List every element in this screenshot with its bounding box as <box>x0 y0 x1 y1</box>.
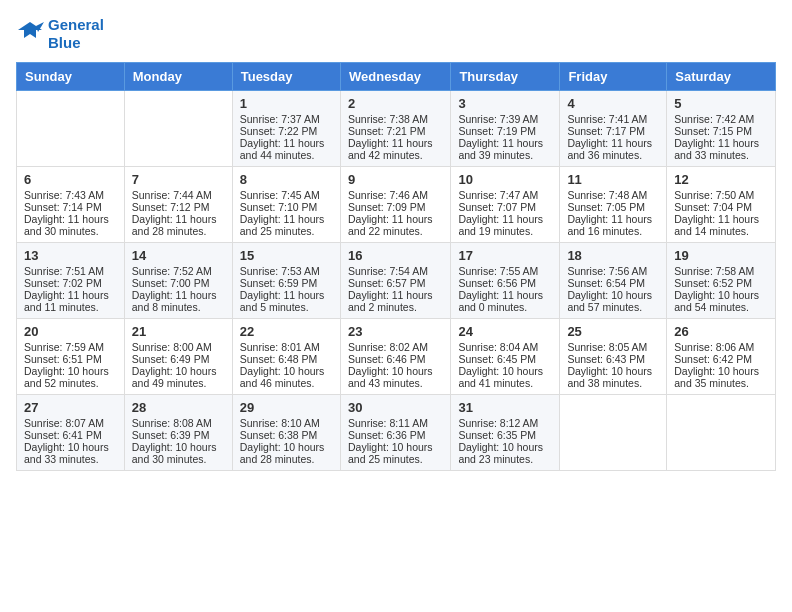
day-header-friday: Friday <box>560 63 667 91</box>
sunrise-text: Sunrise: 7:54 AM <box>348 265 443 277</box>
sunrise-text: Sunrise: 8:11 AM <box>348 417 443 429</box>
logo: General Blue <box>16 16 104 52</box>
logo-icon <box>16 20 44 48</box>
daylight-text: Daylight: 10 hours and 33 minutes. <box>24 441 117 465</box>
calendar-week-row: 20Sunrise: 7:59 AMSunset: 6:51 PMDayligh… <box>17 319 776 395</box>
calendar-week-row: 27Sunrise: 8:07 AMSunset: 6:41 PMDayligh… <box>17 395 776 471</box>
calendar-cell: 23Sunrise: 8:02 AMSunset: 6:46 PMDayligh… <box>340 319 450 395</box>
day-number: 9 <box>348 172 443 187</box>
day-header-tuesday: Tuesday <box>232 63 340 91</box>
sunrise-text: Sunrise: 7:53 AM <box>240 265 333 277</box>
sunrise-text: Sunrise: 8:12 AM <box>458 417 552 429</box>
day-number: 6 <box>24 172 117 187</box>
sunset-text: Sunset: 6:54 PM <box>567 277 659 289</box>
day-number: 7 <box>132 172 225 187</box>
sunrise-text: Sunrise: 8:10 AM <box>240 417 333 429</box>
sunrise-text: Sunrise: 7:51 AM <box>24 265 117 277</box>
day-number: 11 <box>567 172 659 187</box>
daylight-text: Daylight: 11 hours and 22 minutes. <box>348 213 443 237</box>
daylight-text: Daylight: 10 hours and 38 minutes. <box>567 365 659 389</box>
daylight-text: Daylight: 11 hours and 0 minutes. <box>458 289 552 313</box>
calendar-cell: 31Sunrise: 8:12 AMSunset: 6:35 PMDayligh… <box>451 395 560 471</box>
daylight-text: Daylight: 11 hours and 39 minutes. <box>458 137 552 161</box>
sunset-text: Sunset: 7:15 PM <box>674 125 768 137</box>
calendar-cell: 11Sunrise: 7:48 AMSunset: 7:05 PMDayligh… <box>560 167 667 243</box>
day-number: 27 <box>24 400 117 415</box>
sunset-text: Sunset: 6:39 PM <box>132 429 225 441</box>
calendar-cell: 20Sunrise: 7:59 AMSunset: 6:51 PMDayligh… <box>17 319 125 395</box>
day-number: 8 <box>240 172 333 187</box>
sunset-text: Sunset: 6:46 PM <box>348 353 443 365</box>
sunset-text: Sunset: 6:57 PM <box>348 277 443 289</box>
day-header-monday: Monday <box>124 63 232 91</box>
calendar-cell: 16Sunrise: 7:54 AMSunset: 6:57 PMDayligh… <box>340 243 450 319</box>
page-header: General Blue <box>16 16 776 52</box>
daylight-text: Daylight: 10 hours and 35 minutes. <box>674 365 768 389</box>
calendar-week-row: 13Sunrise: 7:51 AMSunset: 7:02 PMDayligh… <box>17 243 776 319</box>
sunrise-text: Sunrise: 7:52 AM <box>132 265 225 277</box>
daylight-text: Daylight: 11 hours and 19 minutes. <box>458 213 552 237</box>
day-header-sunday: Sunday <box>17 63 125 91</box>
calendar-cell: 26Sunrise: 8:06 AMSunset: 6:42 PMDayligh… <box>667 319 776 395</box>
logo-text: General Blue <box>48 16 104 52</box>
sunrise-text: Sunrise: 7:46 AM <box>348 189 443 201</box>
sunset-text: Sunset: 7:19 PM <box>458 125 552 137</box>
day-number: 29 <box>240 400 333 415</box>
daylight-text: Daylight: 10 hours and 57 minutes. <box>567 289 659 313</box>
calendar-cell: 27Sunrise: 8:07 AMSunset: 6:41 PMDayligh… <box>17 395 125 471</box>
daylight-text: Daylight: 10 hours and 54 minutes. <box>674 289 768 313</box>
calendar-cell <box>17 91 125 167</box>
calendar-cell: 8Sunrise: 7:45 AMSunset: 7:10 PMDaylight… <box>232 167 340 243</box>
calendar-cell: 6Sunrise: 7:43 AMSunset: 7:14 PMDaylight… <box>17 167 125 243</box>
calendar-cell: 14Sunrise: 7:52 AMSunset: 7:00 PMDayligh… <box>124 243 232 319</box>
sunset-text: Sunset: 7:02 PM <box>24 277 117 289</box>
sunrise-text: Sunrise: 7:56 AM <box>567 265 659 277</box>
daylight-text: Daylight: 11 hours and 16 minutes. <box>567 213 659 237</box>
sunset-text: Sunset: 7:17 PM <box>567 125 659 137</box>
sunrise-text: Sunrise: 7:58 AM <box>674 265 768 277</box>
calendar-cell: 22Sunrise: 8:01 AMSunset: 6:48 PMDayligh… <box>232 319 340 395</box>
daylight-text: Daylight: 11 hours and 5 minutes. <box>240 289 333 313</box>
calendar-cell: 10Sunrise: 7:47 AMSunset: 7:07 PMDayligh… <box>451 167 560 243</box>
calendar-cell: 5Sunrise: 7:42 AMSunset: 7:15 PMDaylight… <box>667 91 776 167</box>
day-number: 20 <box>24 324 117 339</box>
svg-marker-1 <box>36 22 44 32</box>
sunset-text: Sunset: 6:52 PM <box>674 277 768 289</box>
sunset-text: Sunset: 7:09 PM <box>348 201 443 213</box>
sunset-text: Sunset: 6:51 PM <box>24 353 117 365</box>
sunrise-text: Sunrise: 8:01 AM <box>240 341 333 353</box>
daylight-text: Daylight: 10 hours and 46 minutes. <box>240 365 333 389</box>
sunset-text: Sunset: 7:14 PM <box>24 201 117 213</box>
sunrise-text: Sunrise: 7:41 AM <box>567 113 659 125</box>
day-header-thursday: Thursday <box>451 63 560 91</box>
calendar-cell: 24Sunrise: 8:04 AMSunset: 6:45 PMDayligh… <box>451 319 560 395</box>
sunrise-text: Sunrise: 7:38 AM <box>348 113 443 125</box>
sunset-text: Sunset: 6:41 PM <box>24 429 117 441</box>
day-number: 24 <box>458 324 552 339</box>
sunrise-text: Sunrise: 8:08 AM <box>132 417 225 429</box>
calendar-cell: 25Sunrise: 8:05 AMSunset: 6:43 PMDayligh… <box>560 319 667 395</box>
sunset-text: Sunset: 6:38 PM <box>240 429 333 441</box>
day-header-wednesday: Wednesday <box>340 63 450 91</box>
calendar-cell: 1Sunrise: 7:37 AMSunset: 7:22 PMDaylight… <box>232 91 340 167</box>
calendar-cell: 7Sunrise: 7:44 AMSunset: 7:12 PMDaylight… <box>124 167 232 243</box>
day-number: 23 <box>348 324 443 339</box>
calendar-cell: 12Sunrise: 7:50 AMSunset: 7:04 PMDayligh… <box>667 167 776 243</box>
day-number: 5 <box>674 96 768 111</box>
day-number: 4 <box>567 96 659 111</box>
day-number: 26 <box>674 324 768 339</box>
daylight-text: Daylight: 11 hours and 33 minutes. <box>674 137 768 161</box>
sunset-text: Sunset: 7:12 PM <box>132 201 225 213</box>
calendar-week-row: 1Sunrise: 7:37 AMSunset: 7:22 PMDaylight… <box>17 91 776 167</box>
daylight-text: Daylight: 10 hours and 52 minutes. <box>24 365 117 389</box>
daylight-text: Daylight: 11 hours and 44 minutes. <box>240 137 333 161</box>
sunrise-text: Sunrise: 8:06 AM <box>674 341 768 353</box>
day-number: 22 <box>240 324 333 339</box>
daylight-text: Daylight: 11 hours and 25 minutes. <box>240 213 333 237</box>
calendar-cell: 18Sunrise: 7:56 AMSunset: 6:54 PMDayligh… <box>560 243 667 319</box>
sunrise-text: Sunrise: 7:37 AM <box>240 113 333 125</box>
calendar-cell <box>560 395 667 471</box>
sunrise-text: Sunrise: 8:07 AM <box>24 417 117 429</box>
day-number: 13 <box>24 248 117 263</box>
sunset-text: Sunset: 6:49 PM <box>132 353 225 365</box>
